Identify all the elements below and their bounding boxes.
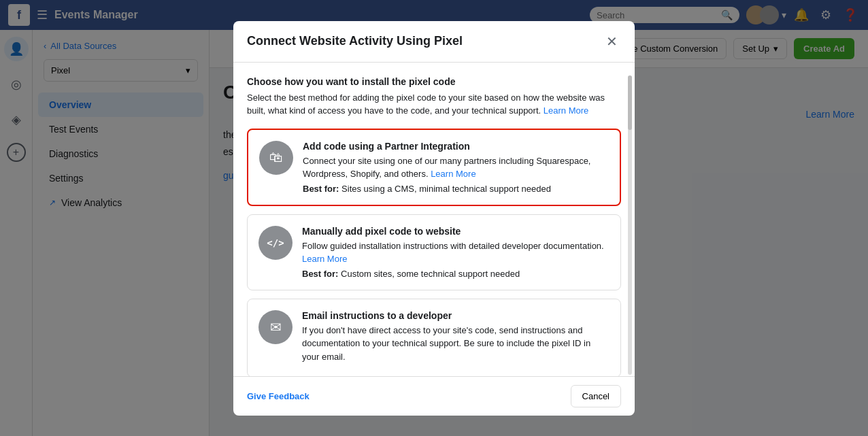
partner-learn-more[interactable]: Learn More (431, 169, 475, 179)
partner-icon: 🛍 (259, 141, 293, 175)
modal-title: Connect Website Activity Using Pixel (247, 34, 463, 48)
email-content: Email instructions to a developer If you… (302, 310, 610, 367)
modal-body: Choose how you want to install the pixel… (233, 63, 635, 376)
feedback-button[interactable]: Give Feedback (247, 391, 310, 401)
email-icon: ✉ (258, 310, 293, 344)
partner-best-for: Best for: Sites using a CMS, minimal tec… (303, 184, 609, 194)
option-card-email[interactable]: ✉ Email instructions to a developer If y… (247, 299, 621, 376)
option-card-partner[interactable]: 🛍 Add code using a Partner Integration C… (247, 129, 621, 206)
manual-desc: Follow guided installation instructions … (302, 239, 610, 266)
partner-title: Add code using a Partner Integration (303, 141, 609, 152)
manual-icon: </> (258, 226, 293, 260)
modal-scrollbar-thumb (628, 76, 632, 130)
cancel-button[interactable]: Cancel (571, 385, 621, 407)
partner-content: Add code using a Partner Integration Con… (303, 141, 609, 194)
modal-close-button[interactable]: ✕ (602, 32, 621, 51)
modal-footer: Give Feedback Cancel (233, 376, 635, 416)
email-title: Email instructions to a developer (302, 310, 610, 321)
manual-learn-more[interactable]: Learn More (302, 254, 347, 264)
modal-scrollbar[interactable] (628, 76, 632, 375)
manual-content: Manually add pixel code to website Follo… (302, 226, 610, 279)
option-card-manual[interactable]: </> Manually add pixel code to website F… (247, 214, 621, 290)
modal-overlay[interactable]: Connect Website Activity Using Pixel ✕ C… (0, 0, 868, 436)
email-desc: If you don't have direct access to your … (302, 324, 610, 364)
modal-intro-learn-more[interactable]: Learn More (544, 105, 588, 116)
manual-best-for: Best for: Custom sites, some technical s… (302, 269, 610, 279)
modal-header: Connect Website Activity Using Pixel ✕ (233, 21, 635, 63)
partner-desc: Connect your site using one of our many … (303, 154, 609, 181)
modal: Connect Website Activity Using Pixel ✕ C… (233, 21, 635, 416)
manual-title: Manually add pixel code to website (302, 226, 610, 237)
modal-intro-text: Select the best method for adding the pi… (247, 91, 621, 118)
modal-intro-title: Choose how you want to install the pixel… (247, 76, 621, 87)
